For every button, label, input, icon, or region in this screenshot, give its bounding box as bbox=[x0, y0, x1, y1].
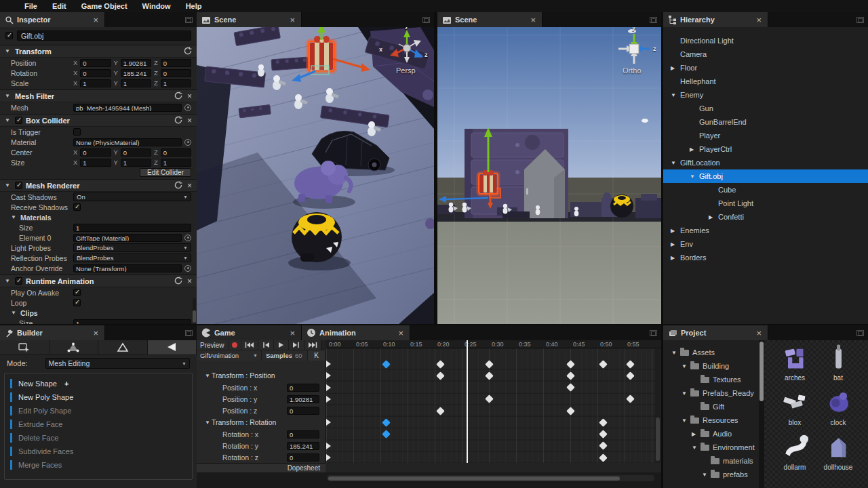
clip-start-keyframe[interactable] bbox=[326, 361, 331, 367]
value-field[interactable]: 0 bbox=[161, 148, 191, 157]
object-select-tool[interactable] bbox=[0, 340, 50, 354]
project-folder-resources[interactable]: ▼Resources bbox=[663, 413, 759, 427]
close-icon[interactable]: × bbox=[92, 328, 100, 338]
keyframe[interactable] bbox=[566, 407, 575, 415]
clip-dropdown[interactable]: GiftAnimation ▼ bbox=[197, 350, 262, 361]
keyframe[interactable] bbox=[436, 371, 445, 380]
object-picker-icon[interactable] bbox=[184, 139, 191, 146]
close-icon[interactable]: × bbox=[92, 15, 100, 25]
expand-arrow-icon[interactable]: ▼ bbox=[671, 160, 680, 166]
keyframe[interactable] bbox=[599, 360, 608, 369]
prev-key-button[interactable] bbox=[258, 340, 274, 350]
reset-icon[interactable] bbox=[174, 275, 182, 287]
expand-arrow-icon[interactable]: ▼ bbox=[671, 92, 680, 98]
keyframe[interactable] bbox=[566, 371, 575, 380]
playhead[interactable] bbox=[467, 340, 468, 463]
keyframe[interactable] bbox=[566, 360, 575, 369]
menu-help[interactable]: Help bbox=[179, 0, 209, 12]
asset-blox[interactable]: blox bbox=[773, 388, 816, 426]
remove-component-icon[interactable]: × bbox=[187, 182, 192, 189]
anim-property-row[interactable]: Rotation : x0 bbox=[197, 428, 325, 440]
keyframe[interactable] bbox=[626, 394, 635, 403]
panel-options-icon[interactable] bbox=[185, 17, 193, 23]
property-value-field[interactable]: 0 bbox=[287, 407, 319, 415]
property-dropdown[interactable]: BlendProbes▼ bbox=[73, 243, 191, 252]
component-header[interactable]: ▼Runtime Animation× bbox=[0, 274, 197, 287]
foldout-arrow-icon[interactable]: ▼ bbox=[5, 182, 12, 188]
keyframe[interactable] bbox=[436, 360, 445, 369]
clip-start-keyframe[interactable] bbox=[326, 419, 331, 426]
hierarchy-item-gift-obj[interactable]: ▼Gift.obj bbox=[663, 169, 868, 183]
panel-options-icon[interactable] bbox=[650, 17, 657, 23]
inspector-scrollbar[interactable] bbox=[193, 298, 196, 324]
foldout-arrow-icon[interactable]: ▼ bbox=[205, 420, 212, 426]
edge-select-tool[interactable] bbox=[98, 340, 148, 354]
keyframe[interactable] bbox=[436, 407, 445, 415]
property-checkbox[interactable] bbox=[73, 299, 81, 306]
value-field[interactable]: 1 bbox=[73, 224, 191, 232]
project-folder-materials[interactable]: materials bbox=[663, 454, 759, 468]
builder-action-new-shape[interactable]: New Shape+ bbox=[5, 377, 192, 390]
timeline-hscrollbar[interactable] bbox=[327, 475, 654, 481]
project-folder-assets[interactable]: ▼Assets bbox=[663, 346, 759, 359]
clip-start-keyframe[interactable] bbox=[326, 384, 331, 391]
value-field[interactable]: 0 bbox=[80, 69, 111, 77]
keyframe-selected[interactable] bbox=[382, 418, 391, 427]
keyframe[interactable] bbox=[566, 383, 575, 392]
close-icon[interactable]: × bbox=[397, 328, 405, 338]
asset-dollhouse[interactable]: dollhouse bbox=[816, 432, 860, 471]
object-picker-icon[interactable] bbox=[184, 265, 191, 272]
expand-arrow-icon[interactable]: ▼ bbox=[682, 363, 690, 369]
tab-scene-2[interactable]: Scene × bbox=[437, 12, 542, 27]
project-folder-gift[interactable]: Gift bbox=[663, 400, 759, 413]
keyframe[interactable] bbox=[485, 371, 494, 380]
project-folder-textures[interactable]: Textures bbox=[663, 373, 759, 386]
edit-collider-button[interactable]: Edit Collider bbox=[140, 168, 191, 177]
value-field[interactable]: 0 bbox=[80, 59, 111, 67]
keyframe[interactable] bbox=[626, 371, 635, 380]
timeline-vscrollbar[interactable] bbox=[655, 348, 660, 463]
clip-start-keyframe[interactable] bbox=[326, 372, 331, 379]
remove-component-icon[interactable]: × bbox=[187, 93, 192, 100]
menu-window[interactable]: Window bbox=[136, 0, 178, 12]
foldout-arrow-icon[interactable]: ▼ bbox=[5, 117, 12, 123]
scene-viewport-persp[interactable]: x y z Persp bbox=[197, 27, 434, 325]
object-reference-field[interactable]: pb_Mesh-1495944 (Mesh) bbox=[73, 104, 182, 112]
hierarchy-item-player[interactable]: Player bbox=[663, 129, 868, 142]
foldout-arrow-icon[interactable]: ▼ bbox=[5, 93, 12, 99]
mode-dropdown[interactable]: Mesh Editing ▼ bbox=[45, 358, 190, 369]
property-value-field[interactable]: 185.241 bbox=[287, 442, 319, 450]
panel-options-icon[interactable] bbox=[856, 330, 864, 336]
projection-label[interactable]: Persp bbox=[396, 66, 416, 75]
project-folder-prefabs[interactable]: ▼prefabs bbox=[663, 468, 759, 481]
menu-game-object[interactable]: Game Object bbox=[75, 0, 134, 12]
expand-arrow-icon[interactable]: ▼ bbox=[692, 445, 701, 451]
anim-property-row[interactable]: Rotation : y185.241 bbox=[197, 440, 325, 451]
value-field[interactable]: 0 bbox=[80, 148, 111, 157]
hierarchy-item-enemies[interactable]: ▶Enemies bbox=[663, 224, 868, 237]
hierarchy-item-hellephant[interactable]: Hellephant bbox=[663, 75, 868, 88]
property-dropdown[interactable]: BlendProbes▼ bbox=[73, 253, 191, 262]
dopesheet-grid[interactable] bbox=[326, 348, 661, 463]
keyframe[interactable] bbox=[599, 430, 608, 439]
hierarchy-item-confetti[interactable]: ▶Confetti bbox=[663, 210, 868, 224]
plus-icon[interactable]: + bbox=[64, 380, 68, 388]
tab-scene-1[interactable]: Scene × bbox=[197, 12, 302, 27]
expand-arrow-icon[interactable]: ▶ bbox=[690, 146, 699, 152]
scene-viewport-ortho[interactable]: y z Ortho bbox=[437, 27, 661, 325]
keyframe[interactable] bbox=[485, 394, 494, 403]
hierarchy-item-giftlocation[interactable]: ▼GiftLocation bbox=[663, 156, 868, 169]
expand-arrow-icon[interactable]: ▼ bbox=[702, 472, 711, 478]
tab-animation[interactable]: Animation × bbox=[302, 325, 410, 340]
dopesheet-toggle[interactable]: Dopesheet bbox=[288, 464, 326, 472]
object-reference-field[interactable]: GiftTape (Material) bbox=[73, 234, 182, 242]
face-select-tool[interactable] bbox=[148, 340, 197, 354]
expand-arrow-icon[interactable]: ▶ bbox=[671, 228, 680, 234]
hierarchy-item-floor[interactable]: ▶Floor bbox=[663, 61, 868, 75]
hierarchy-item-camera[interactable]: Camera bbox=[663, 47, 868, 61]
anim-property-row[interactable]: Rotation : z0 bbox=[197, 452, 325, 464]
close-icon[interactable]: × bbox=[755, 328, 763, 338]
builder-action-new-poly-shape[interactable]: New Poly Shape bbox=[5, 390, 192, 404]
menu-edit[interactable]: Edit bbox=[45, 0, 73, 12]
tab-inspector[interactable]: Inspector × bbox=[0, 12, 105, 27]
